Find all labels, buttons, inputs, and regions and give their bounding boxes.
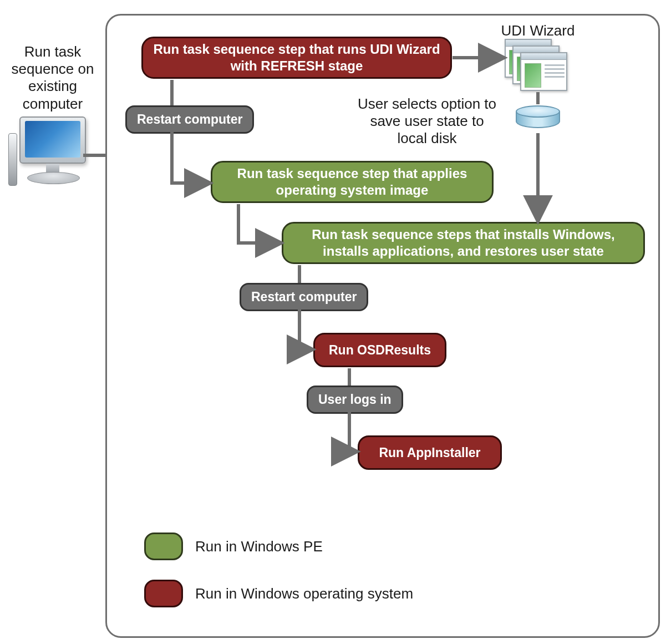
user-option-text: User selects option to save user state t… <box>355 95 499 148</box>
wizard-windows-icon <box>505 39 571 94</box>
legend-label-os: Run in Windows operating system <box>195 585 413 602</box>
legend-label-pe: Run in Windows PE <box>195 538 323 555</box>
step-apply-os-image: Run task sequence step that applies oper… <box>211 161 494 203</box>
step-appinstaller: Run AppInstaller <box>358 435 502 470</box>
step-osdresults: Run OSDResults <box>313 333 446 367</box>
external-entry-label: Run task sequence on existing computer <box>6 43 100 113</box>
step-install-restore: Run task sequence steps that installs Wi… <box>282 222 645 264</box>
udi-wizard-title: UDI Wizard <box>482 22 593 39</box>
cylinder-database-icon <box>516 105 560 132</box>
legend-swatch-os <box>144 580 183 607</box>
legend-swatch-pe <box>144 533 183 560</box>
step-restart-2: Restart computer <box>240 283 368 311</box>
diagram-canvas: Run task sequence on existing computer U… <box>0 0 671 644</box>
computer-icon <box>8 116 92 194</box>
step-user-logs-in: User logs in <box>307 386 403 414</box>
step-restart-1: Restart computer <box>125 105 254 134</box>
step-run-udi-refresh: Run task sequence step that runs UDI Wiz… <box>141 37 452 79</box>
